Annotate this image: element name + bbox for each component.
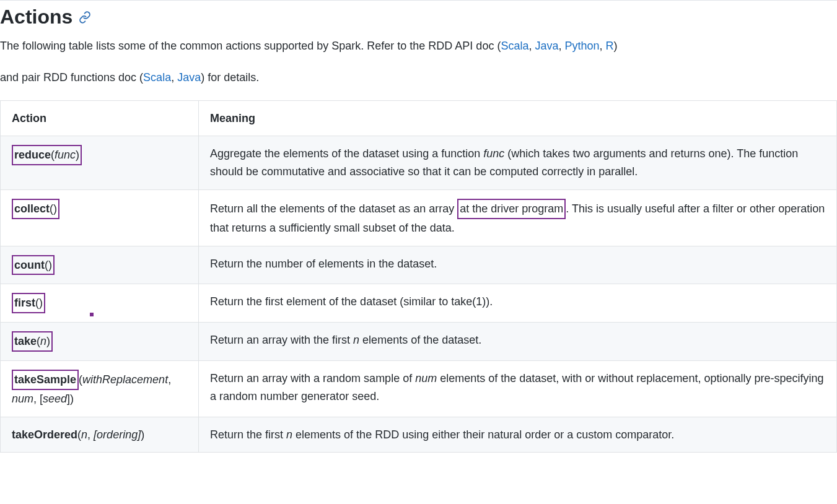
sep: ,	[600, 40, 606, 52]
annotation-dot	[90, 313, 94, 316]
action-name: count	[14, 259, 45, 271]
action-sep: , [	[33, 393, 43, 405]
meaning-ital: func	[483, 147, 504, 160]
col-meaning: Meaning	[199, 100, 837, 136]
action-name: collect	[14, 202, 50, 215]
intro-text: ) for details.	[201, 71, 259, 84]
link-scala-pair[interactable]: Scala	[143, 71, 171, 84]
action-cell: takeSample(withReplacement, num, [seed])	[1, 360, 199, 417]
table-row: reduce(func) Aggregate the elements of t…	[1, 136, 837, 190]
action-sep: ,	[168, 373, 171, 386]
meaning-ital: num	[415, 372, 437, 385]
intro-text: )	[614, 40, 618, 52]
meaning-cell: Return the first element of the dataset …	[199, 284, 837, 323]
actions-table: Action Meaning reduce(func) Aggregate th…	[0, 100, 837, 453]
meaning-text: elements of the RDD using either their n…	[292, 428, 674, 441]
col-action: Action	[1, 100, 199, 136]
action-paren: )	[141, 428, 144, 441]
action-paren: )	[46, 335, 50, 347]
action-arg-inner: ordering	[97, 428, 138, 441]
meaning-text: Aggregate the elements of the dataset us…	[210, 147, 483, 160]
meaning-text: Return an array with a random sample of	[210, 372, 415, 385]
highlight-box: first()	[12, 293, 45, 313]
meaning-cell: Return an array with a random sample of …	[199, 360, 837, 417]
link-icon[interactable]	[79, 11, 91, 24]
meaning-text: Return all the elements of the dataset a…	[210, 202, 457, 215]
meaning-cell: Return the number of elements in the dat…	[199, 246, 837, 284]
meaning-cell: Return the first n elements of the RDD u…	[199, 417, 837, 453]
intro-text: and pair RDD functions doc (	[0, 71, 143, 84]
meaning-text: Return the first	[210, 428, 286, 441]
table-row: takeSample(withReplacement, num, [seed])…	[1, 360, 837, 417]
action-name: take	[14, 335, 37, 347]
intro-paragraph-1: The following table lists some of the co…	[0, 37, 837, 55]
heading-text: Actions	[0, 6, 72, 28]
action-arg: withReplacement	[82, 373, 168, 386]
highlight-box: count()	[12, 255, 55, 276]
meaning-text: Return an array with the first	[210, 334, 353, 346]
action-paren: ()	[50, 202, 57, 215]
action-name: takeOrdered	[12, 428, 77, 441]
action-sep: ,	[87, 428, 94, 441]
table-row: collect() Return all the elements of the…	[1, 189, 837, 246]
action-name: takeSample	[14, 373, 76, 386]
action-arg: n	[81, 428, 87, 441]
action-arg: seed	[43, 393, 67, 405]
intro-text: The following table lists some of the co…	[0, 40, 501, 52]
link-python-api[interactable]: Python	[564, 40, 599, 52]
highlight-box: at the driver program	[457, 199, 566, 219]
action-cell: takeOrdered(n, [ordering])	[1, 417, 199, 453]
table-row: first() Return the first element of the …	[1, 284, 837, 323]
highlight-box: collect()	[12, 199, 59, 219]
action-name: first	[14, 297, 35, 309]
action-paren: )	[76, 149, 79, 161]
table-row: count() Return the number of elements in…	[1, 246, 837, 284]
action-arg: n	[40, 335, 46, 347]
table-row: take(n) Return an array with the first n…	[1, 323, 837, 361]
link-java-pair[interactable]: Java	[177, 71, 201, 84]
highlight-box: takeSample	[12, 370, 79, 390]
action-paren: ()	[45, 259, 52, 271]
action-name: reduce	[14, 149, 51, 161]
action-paren: ()	[35, 297, 43, 309]
link-scala-api[interactable]: Scala	[501, 40, 528, 52]
highlight-box: reduce(func)	[12, 145, 82, 165]
meaning-cell: Aggregate the elements of the dataset us…	[199, 136, 837, 190]
sep: ,	[558, 40, 564, 52]
meaning-ital: n	[353, 334, 359, 346]
section-heading: Actions	[0, 6, 837, 28]
link-java-api[interactable]: Java	[535, 40, 558, 52]
action-cell: collect()	[1, 189, 199, 246]
meaning-cell: Return an array with the first n element…	[199, 323, 837, 361]
action-arg: num	[12, 393, 33, 405]
action-cell: reduce(func)	[1, 136, 199, 190]
action-paren: ])	[67, 393, 74, 405]
action-cell: first()	[1, 284, 199, 323]
action-arg: func	[55, 149, 76, 161]
meaning-text: elements of the dataset.	[359, 334, 481, 346]
action-cell: count()	[1, 246, 199, 284]
intro-paragraph-2: and pair RDD functions doc (Scala, Java)…	[0, 69, 837, 87]
sep: ,	[171, 71, 177, 84]
sep: ,	[528, 40, 535, 52]
action-cell: take(n)	[1, 323, 199, 361]
action-arg: [ordering]	[94, 428, 141, 441]
highlight-box: take(n)	[12, 331, 53, 352]
meaning-cell: Return all the elements of the dataset a…	[199, 189, 837, 246]
table-row: takeOrdered(n, [ordering]) Return the fi…	[1, 417, 837, 453]
table-header-row: Action Meaning	[1, 100, 837, 136]
link-r-api[interactable]: R	[606, 40, 614, 52]
meaning-ital: n	[286, 428, 292, 441]
